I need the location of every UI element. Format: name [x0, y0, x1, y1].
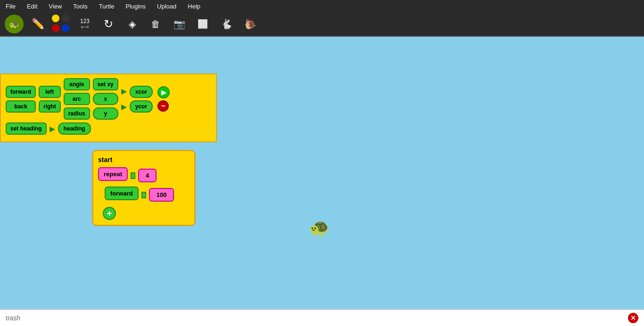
menu-upload[interactable]: Upload — [155, 2, 178, 11]
connector-arrow-3: ▶ — [50, 124, 55, 133]
eraser-button[interactable]: ⬜ — [192, 14, 213, 34]
rotate-button[interactable]: ↻ — [98, 14, 119, 34]
connector-arrow-2: ▶ — [121, 102, 127, 111]
rabbit-icon: 🐇 — [221, 18, 232, 30]
palette-add-remove: ▶ − — [157, 86, 170, 112]
arc-block-btn[interactable]: arc — [64, 93, 90, 105]
colors-button[interactable] — [51, 14, 72, 34]
menu-help[interactable]: Help — [186, 2, 202, 11]
palette-row-2: set heading ▶ heading — [6, 122, 211, 135]
canvas-area: forward back left right angle arc radius… — [0, 37, 644, 309]
back-block-btn[interactable]: back — [6, 100, 36, 113]
fast-button[interactable]: 🐇 — [216, 14, 237, 34]
palette-col-motion: forward back — [6, 86, 36, 113]
connector-arrow-1: ▶ — [121, 87, 127, 96]
turtle-logo-button[interactable]: 🐢 — [4, 14, 25, 34]
toolbar: 🐢 ✏️ 123 +−= ↻ ◈ 🗑 📷 ⬜ — [0, 12, 644, 37]
forward-value[interactable]: 100 — [149, 188, 174, 202]
pencil-icon: ✏️ — [32, 18, 44, 30]
trash-button[interactable]: 🗑 — [145, 14, 166, 34]
pencil-button[interactable]: ✏️ — [27, 14, 48, 34]
add-block-button[interactable]: + — [103, 207, 116, 220]
y-block-btn[interactable]: y — [93, 107, 118, 120]
menu-plugins[interactable]: Plugins — [124, 2, 148, 11]
trash-icon: 🗑 — [151, 19, 160, 30]
repeat-connector — [131, 172, 135, 179]
camera-button[interactable]: 📷 — [169, 14, 190, 34]
menu-view[interactable]: View — [47, 2, 64, 11]
setheading-block-btn[interactable]: set heading — [6, 122, 47, 135]
menu-turtle[interactable]: Turtle — [97, 2, 116, 11]
trash-close-button[interactable]: ✕ — [628, 313, 638, 323]
snail-icon: 🐌 — [244, 18, 256, 30]
palette-col-cor: xcor ycor — [130, 86, 153, 113]
layers-button[interactable]: ◈ — [122, 14, 142, 34]
left-block-btn[interactable]: left — [39, 86, 61, 98]
eraser-icon: ⬜ — [198, 19, 208, 29]
xcor-block-btn[interactable]: xcor — [130, 86, 153, 98]
program-container: start repeat 4 forward 100 + — [92, 150, 196, 226]
numbers-icon: 123 +−= — [80, 18, 90, 30]
layers-icon: ◈ — [129, 18, 136, 30]
menu-tools[interactable]: Tools — [71, 2, 89, 11]
repeat-block[interactable]: repeat — [98, 167, 128, 181]
menu-file[interactable]: File — [4, 2, 17, 11]
start-block: start repeat 4 forward 100 + — [92, 150, 196, 226]
add-row: + — [103, 207, 190, 220]
forward-block-btn[interactable]: forward — [6, 86, 36, 98]
palette-col-arc: angle arc radius — [64, 78, 90, 120]
palette-add-button[interactable]: ▶ — [157, 86, 170, 98]
palette-remove-button[interactable]: − — [157, 100, 169, 112]
palette-col-turn: left right — [39, 86, 61, 113]
palette-connectors: ▶ ▶ — [121, 87, 127, 111]
right-block-btn[interactable]: right — [39, 100, 61, 113]
block-palette: forward back left right angle arc radius… — [0, 73, 217, 142]
forward-row: forward 100 — [105, 187, 190, 203]
turtle-icon: 🐢 — [309, 218, 330, 237]
start-label: start — [98, 156, 190, 163]
forward-connector — [141, 192, 146, 198]
setxy-block-btn[interactable]: set xy — [93, 78, 118, 90]
menubar: File Edit View Tools Turtle Plugins Uplo… — [0, 0, 644, 12]
angle-block-btn[interactable]: angle — [64, 78, 90, 90]
trash-label: trash — [6, 314, 20, 322]
radius-block-btn[interactable]: radius — [64, 107, 90, 120]
turtle-sprite: 🐢 — [309, 218, 330, 238]
menu-edit[interactable]: Edit — [25, 2, 39, 11]
ycor-block-btn[interactable]: ycor — [130, 100, 153, 113]
slow-button[interactable]: 🐌 — [239, 14, 260, 34]
colors-icon — [52, 15, 71, 33]
numbers-button[interactable]: 123 +−= — [74, 14, 95, 34]
forward-block-program[interactable]: forward — [105, 187, 139, 200]
camera-icon: 📷 — [173, 18, 185, 30]
repeat-row: repeat 4 — [98, 167, 190, 184]
palette-row-1: forward back left right angle arc radius… — [6, 78, 211, 120]
repeat-value[interactable]: 4 — [138, 169, 157, 182]
turtle-logo-icon: 🐢 — [5, 15, 24, 33]
rotate-icon: ↻ — [104, 17, 113, 31]
heading-block-btn[interactable]: heading — [58, 122, 91, 135]
x-block-btn[interactable]: x — [93, 93, 118, 105]
trash-bar: trash ✕ — [0, 309, 644, 326]
palette-col-xy: set xy x y — [93, 78, 118, 120]
